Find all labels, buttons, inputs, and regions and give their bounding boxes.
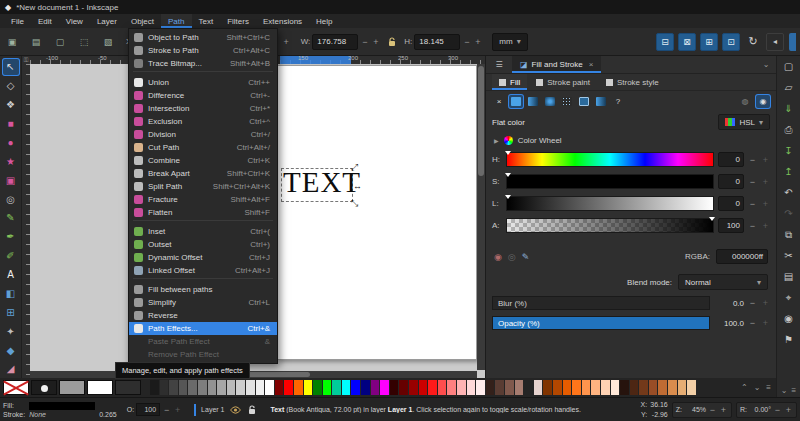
bounding-box-icon[interactable]: ⬚ [76, 34, 92, 50]
dark-swatch[interactable] [115, 380, 141, 395]
zoom-dec-button[interactable]: − [708, 405, 717, 415]
menu-item[interactable]: Break Apart Shift+Ctrl+K [129, 167, 277, 180]
blur-decrement-button[interactable]: − [748, 298, 757, 308]
slider-increment-button[interactable]: + [761, 199, 770, 209]
menu-item[interactable]: Remove Path Effect [129, 348, 277, 361]
scale-handle-e[interactable]: ↔ [353, 182, 362, 190]
menu-item[interactable]: Difference Ctrl+- [129, 89, 277, 102]
menu-item[interactable]: Reverse [129, 309, 277, 322]
color-slider[interactable] [506, 152, 714, 167]
palette-swatch[interactable] [236, 380, 245, 395]
palette-swatch[interactable] [534, 380, 543, 395]
save-icon[interactable]: ⇓ [781, 101, 797, 116]
menu-item[interactable] [133, 219, 273, 221]
w-increment-button[interactable]: + [371, 37, 380, 47]
menu-item[interactable]: Object to Path Shift+Ctrl+C [129, 31, 277, 44]
palette-swatch[interactable] [438, 380, 447, 395]
menu-item[interactable]: Intersection Ctrl+* [129, 102, 277, 115]
palette-swatch[interactable] [563, 380, 572, 395]
opacity-inc-button[interactable]: + [173, 405, 182, 415]
palette-swatch[interactable] [150, 380, 159, 395]
palette-swatch[interactable] [649, 380, 658, 395]
palette-swatch[interactable] [246, 380, 255, 395]
opacity-increment-button[interactable]: + [761, 318, 770, 328]
unknown-paint-button[interactable]: ? [611, 95, 625, 108]
palette-swatch[interactable] [591, 380, 600, 395]
zoom-drawing-icon[interactable]: ◉ [781, 311, 797, 326]
import-icon[interactable]: ↧ [781, 143, 797, 158]
palette-swatch[interactable] [179, 380, 188, 395]
chevron-down-icon[interactable]: ⌄ [781, 386, 788, 395]
slider-increment-button[interactable]: + [761, 221, 770, 231]
slider-decrement-button[interactable]: − [748, 155, 757, 165]
palette-swatch[interactable] [323, 380, 332, 395]
slider-value[interactable]: 0 [718, 174, 744, 189]
palette-swatch[interactable] [390, 380, 399, 395]
scale-stroke-button[interactable]: ⊟ [656, 33, 674, 51]
zoom-selection-icon[interactable]: ⌖ [781, 290, 797, 305]
palette-swatch[interactable] [342, 380, 351, 395]
palette-swatch[interactable] [495, 380, 504, 395]
palette-swatch[interactable] [208, 380, 217, 395]
menu-item[interactable] [133, 277, 273, 279]
palette-swatch[interactable] [294, 380, 303, 395]
select-same-icon[interactable]: ▤ [28, 34, 44, 50]
snap-toggle-button[interactable] [789, 33, 796, 51]
open-document-icon[interactable]: ▱ [781, 80, 797, 95]
menu-item[interactable]: Fracture Shift+Alt+F [129, 193, 277, 206]
dock-menu-icon[interactable]: ☰ [486, 56, 512, 73]
palette-swatch[interactable] [275, 380, 284, 395]
slider-thumb-icon[interactable] [505, 173, 511, 177]
ellipse-tool[interactable]: ● [2, 134, 20, 152]
palette-swatch[interactable] [227, 380, 236, 395]
undo-icon[interactable]: ↶ [781, 185, 797, 200]
scale-handle-ne[interactable]: ⤢ [351, 163, 358, 171]
color-managed-icon[interactable]: ◉ [494, 252, 502, 262]
color-slider[interactable] [506, 218, 714, 233]
palette-swatch[interactable] [217, 380, 226, 395]
eraser-tool[interactable]: ◢ [2, 360, 20, 378]
w-input[interactable]: 176.758 [312, 34, 358, 50]
menu-item[interactable]: Combine Ctrl+K [129, 154, 277, 167]
menu-item[interactable] [133, 70, 273, 72]
palette-swatch[interactable] [361, 380, 370, 395]
color-slider[interactable] [506, 196, 714, 211]
menubar-item[interactable]: Object [124, 14, 161, 28]
linear-gradient-button[interactable] [526, 95, 540, 108]
slider-thumb-icon[interactable] [709, 217, 715, 221]
menubar-item[interactable]: Path [161, 14, 191, 28]
menubar-item[interactable]: Help [309, 14, 339, 28]
w-decrement-button[interactable]: − [360, 37, 369, 47]
opacity-decrement-button[interactable]: − [748, 318, 757, 328]
h-decrement-button[interactable]: − [462, 37, 471, 47]
stroke-width[interactable]: 0.265 [99, 411, 117, 418]
no-paint-button[interactable]: × [492, 95, 506, 108]
palette-swatch[interactable] [620, 380, 629, 395]
palette-swatch[interactable] [169, 380, 178, 395]
pattern-button[interactable] [560, 95, 574, 108]
slider-thumb-icon[interactable] [505, 195, 511, 199]
menubar-item[interactable]: Text [192, 14, 221, 28]
flat-color-button[interactable] [509, 95, 523, 108]
expander-arrow-icon[interactable]: ▶ [494, 137, 499, 144]
palette-swatch[interactable] [553, 380, 562, 395]
palette-swatch[interactable] [524, 380, 533, 395]
rotation-dec-button[interactable]: − [773, 405, 782, 415]
menubar-item[interactable]: View [59, 14, 90, 28]
palette-menu-icon[interactable]: ≡ [766, 383, 771, 392]
palette-swatch[interactable] [611, 380, 620, 395]
palette-swatch[interactable] [428, 380, 437, 395]
move-gradients-button[interactable]: ⊞ [700, 33, 718, 51]
menubar-item[interactable]: Filters [220, 14, 256, 28]
blur-increment-button[interactable]: + [761, 298, 770, 308]
slider-thumb-icon[interactable] [505, 151, 511, 155]
mesh-tool[interactable]: ⊞ [2, 303, 20, 321]
layer-visibility-icon[interactable] [229, 404, 241, 416]
menu-item[interactable]: Outset Ctrl+) [129, 238, 277, 251]
palette-swatch[interactable] [332, 380, 341, 395]
menu-item[interactable]: Fill between paths [129, 283, 277, 296]
palette-swatch[interactable] [543, 380, 552, 395]
palette-swatch[interactable] [256, 380, 265, 395]
palette-swatch[interactable] [476, 380, 485, 395]
opacity-dec-button[interactable]: − [162, 405, 171, 415]
